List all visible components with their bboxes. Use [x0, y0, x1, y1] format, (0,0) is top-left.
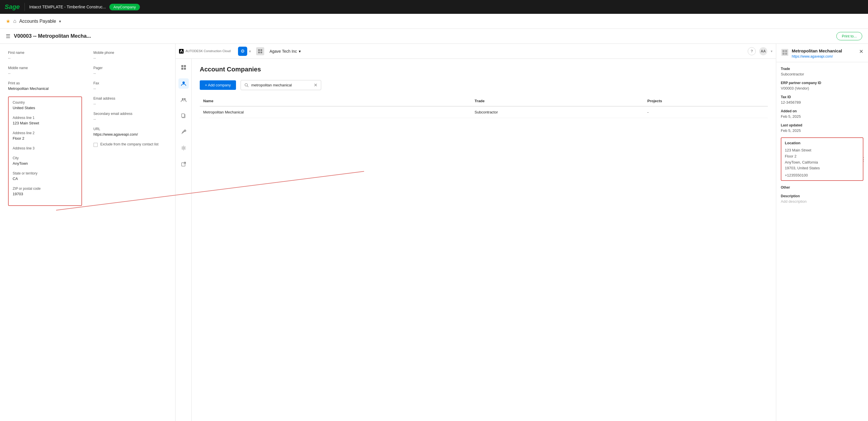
country-label: Country — [13, 100, 78, 104]
companies-content: Account Companies + Add company ✕ — [192, 59, 776, 421]
gear-icon[interactable]: ⚙ — [238, 47, 247, 56]
left-col: First name -- Middle name -- Print as Me… — [8, 51, 82, 206]
description-placeholder[interactable]: Add description — [781, 199, 863, 204]
close-button[interactable]: ✕ — [859, 49, 863, 55]
star-icon[interactable]: ★ — [6, 18, 10, 25]
address3-field: Address line 3 — [13, 146, 78, 150]
search-icon — [244, 83, 249, 88]
country-value: United States — [13, 106, 78, 110]
exclude-checkbox[interactable] — [94, 143, 98, 147]
ap-chevron[interactable]: ▾ — [59, 19, 61, 24]
location-section: Location 123 Main Street Floor 2 AnyTown… — [781, 138, 863, 181]
location-line4: 19703, United States — [785, 166, 820, 170]
building-icon — [781, 49, 789, 56]
company-name: Agave Tech Inc — [269, 49, 297, 54]
zip-label: ZIP or postal code — [13, 187, 78, 191]
email-label: Email address — [94, 96, 167, 100]
table-body: Metropolitan Mechanical Subcontractor - — [200, 106, 768, 118]
sidebar-item-external[interactable] — [179, 159, 189, 169]
build-icon[interactable] — [256, 47, 264, 55]
pager-field: Pager -- — [94, 66, 167, 76]
added-label: Added on — [781, 109, 863, 113]
main-content: First name -- Middle name -- Print as Me… — [0, 44, 868, 421]
exclude-label: Exclude from the company contact list — [100, 142, 159, 146]
sidebar-item-copy[interactable] — [179, 111, 189, 121]
header-right: ? AA ▾ — [748, 47, 772, 55]
state-label: State or territory — [13, 171, 78, 175]
address-box: Country United States Address line 1 123… — [8, 96, 82, 206]
svg-point-15 — [183, 147, 184, 149]
fax-field: Fax -- — [94, 81, 167, 91]
tax-section: Tax ID 12-3456789 — [781, 95, 863, 104]
middle-name-field: Middle name -- — [8, 66, 82, 76]
right-panel-header: Metropolitan Mechanical https://www.agav… — [776, 44, 868, 62]
svg-point-9 — [183, 82, 185, 84]
print-as-value: Metropolitan Mechanical — [8, 86, 82, 91]
ap-label: Accounts Payable — [19, 19, 56, 24]
trade-label: Trade — [781, 67, 863, 71]
svg-rect-6 — [184, 65, 186, 67]
gear-section: ⚙ ▾ — [238, 47, 251, 56]
sidebar-item-people[interactable] — [179, 78, 189, 89]
anycompany-badge[interactable]: AnyCompany — [110, 4, 140, 10]
city-value: AnyTown — [13, 161, 78, 166]
trade-value: Subcontractor — [781, 72, 863, 76]
svg-point-17 — [245, 84, 248, 86]
autodesk-brand-text: AUTODESK Construction Cloud — [185, 49, 230, 52]
erp-label: ERP partner company ID — [781, 81, 863, 85]
fax-value: -- — [94, 86, 167, 91]
svg-rect-13 — [182, 114, 184, 117]
state-value: CA — [13, 177, 78, 181]
autodesk-logo-icon — [179, 49, 184, 54]
url-value: https://www.agaveapi.com/ — [94, 132, 167, 137]
svg-rect-21 — [785, 50, 787, 52]
companies-toolbar: + Add company ✕ — [200, 80, 768, 90]
address3-label: Address line 3 — [13, 146, 78, 150]
right-company-url: https://www.agaveapi.com/ — [792, 54, 856, 58]
svg-rect-2 — [260, 49, 262, 51]
url-field: URL https://www.agaveapi.com/ — [94, 127, 167, 137]
company-selector[interactable]: Agave Tech Inc ▾ — [269, 49, 301, 54]
settings-divider-chevron[interactable]: ▾ — [249, 49, 251, 54]
sage-app-title: Intacct TEMPLATE - Timberline Construc..… — [29, 5, 106, 9]
email-field: Email address -- — [94, 96, 167, 106]
location-phone: +1235550100 — [785, 173, 859, 177]
hamburger-icon[interactable]: ☰ — [6, 33, 10, 39]
state-field: State or territory CA — [13, 171, 78, 181]
address1-value: 123 Main Street — [13, 121, 78, 125]
print-button[interactable]: Print to... — [836, 32, 862, 40]
description-section: Description Add description — [781, 194, 863, 204]
ap-bar: ★ ⌂ Accounts Payable ▾ — [0, 14, 868, 29]
add-company-button[interactable]: + Add company — [200, 80, 236, 90]
description-label: Description — [781, 194, 863, 198]
search-input[interactable] — [251, 83, 311, 87]
country-field: Country United States — [13, 100, 78, 110]
secondary-email-value: -- — [94, 117, 167, 121]
right-company-info: Metropolitan Mechanical https://www.agav… — [792, 49, 856, 58]
col-name: Name — [200, 96, 471, 106]
updated-section: Last updated Feb 5, 2025 — [781, 123, 863, 133]
avatar[interactable]: AA — [759, 47, 767, 55]
left-panel: First name -- Middle name -- Print as Me… — [0, 44, 176, 421]
help-icon[interactable]: ? — [748, 47, 756, 55]
grid-icon — [258, 49, 262, 54]
avatar-chevron[interactable]: ▾ — [771, 49, 772, 53]
zip-field: ZIP or postal code 19703 — [13, 187, 78, 196]
search-clear-icon[interactable]: ✕ — [314, 82, 317, 88]
sidebar-item-settings[interactable] — [179, 143, 189, 153]
autodesk-sidebar — [176, 59, 192, 421]
svg-rect-5 — [181, 65, 183, 67]
home-icon[interactable]: ⌂ — [13, 18, 17, 24]
sidebar-item-roles[interactable] — [179, 94, 189, 105]
exclude-row: Exclude from the company contact list — [94, 142, 167, 147]
more-options-icon[interactable]: ⋮ — [861, 156, 866, 162]
table-row[interactable]: Metropolitan Mechanical Subcontractor - — [200, 106, 768, 118]
address1-label: Address line 1 — [13, 116, 78, 120]
sidebar-item-dashboard[interactable] — [179, 62, 189, 72]
svg-rect-23 — [785, 53, 787, 55]
sidebar-item-tools[interactable] — [179, 127, 189, 137]
dashboard-icon — [181, 64, 186, 70]
svg-rect-4 — [260, 52, 262, 53]
url-label: URL — [94, 127, 167, 131]
address1-field: Address line 1 123 Main Street — [13, 116, 78, 125]
